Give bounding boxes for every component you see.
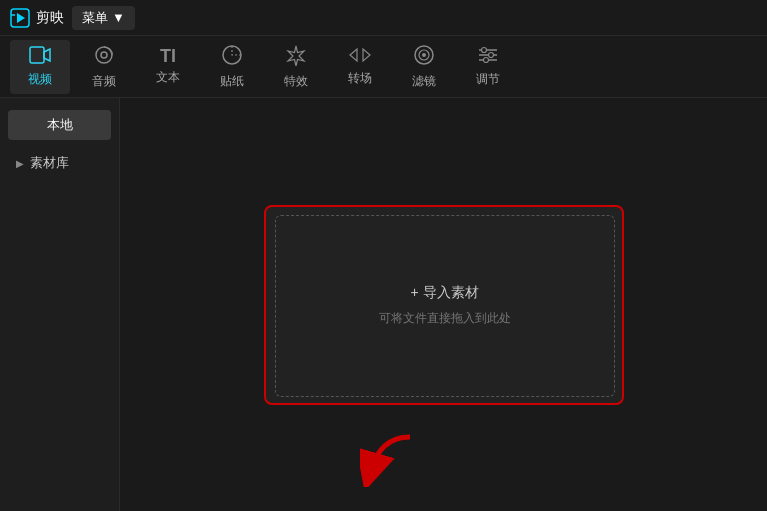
- tab-audio[interactable]: 音频: [74, 38, 134, 96]
- import-sub-label: 可将文件直接拖入到此处: [379, 310, 511, 327]
- tab-audio-label: 音频: [92, 73, 116, 90]
- svg-point-4: [101, 52, 107, 58]
- app-logo-icon: [10, 8, 30, 28]
- menu-chevron-icon: ▼: [112, 10, 125, 25]
- svg-rect-2: [30, 47, 44, 63]
- tab-filter[interactable]: 滤镜: [394, 38, 454, 96]
- app-name-label: 剪映: [36, 9, 64, 27]
- app-logo: 剪映: [10, 8, 64, 28]
- tab-adjust-icon: [477, 46, 499, 67]
- tab-video-icon: [29, 46, 51, 67]
- annotation-arrow-icon: [360, 427, 420, 487]
- tab-effect[interactable]: 特效: [266, 38, 326, 96]
- tab-bar: 视频 音频 TI 文本 贴纸 特效: [0, 36, 767, 98]
- expand-arrow-icon: ▶: [16, 158, 24, 169]
- tab-adjust-label: 调节: [476, 71, 500, 88]
- import-box[interactable]: +导入素材 可将文件直接拖入到此处: [264, 205, 624, 405]
- tab-adjust[interactable]: 调节: [458, 40, 518, 94]
- import-label: +导入素材: [410, 284, 478, 302]
- tab-sticker[interactable]: 贴纸: [202, 38, 262, 96]
- import-plus-icon: +: [410, 284, 418, 300]
- svg-point-12: [482, 47, 487, 52]
- material-library-item[interactable]: ▶ 素材库: [8, 148, 111, 178]
- arrow-annotation: [360, 427, 420, 491]
- menu-button[interactable]: 菜单 ▼: [72, 6, 135, 30]
- tab-text[interactable]: TI 文本: [138, 41, 198, 92]
- tab-text-icon: TI: [160, 47, 176, 65]
- import-drop-zone[interactable]: +导入素材 可将文件直接拖入到此处: [275, 215, 615, 397]
- svg-point-14: [484, 57, 489, 62]
- tab-transition[interactable]: 转场: [330, 40, 390, 93]
- tab-effect-icon: [285, 44, 307, 69]
- tab-audio-icon: [93, 44, 115, 69]
- svg-point-13: [489, 52, 494, 57]
- main-layout: 本地 ▶ 素材库 +导入素材 可将文件直接拖入到此处: [0, 98, 767, 511]
- material-library-label: 素材库: [30, 154, 69, 172]
- tab-filter-icon: [413, 44, 435, 69]
- tab-transition-icon: [349, 46, 371, 66]
- content-area: +导入素材 可将文件直接拖入到此处: [120, 98, 767, 511]
- tab-effect-label: 特效: [284, 73, 308, 90]
- sidebar: 本地 ▶ 素材库: [0, 98, 120, 511]
- tab-video-label: 视频: [28, 71, 52, 88]
- tab-video[interactable]: 视频: [10, 40, 70, 94]
- title-bar: 剪映 菜单 ▼: [0, 0, 767, 36]
- tab-sticker-icon: [221, 44, 243, 69]
- local-button[interactable]: 本地: [8, 110, 111, 140]
- tab-filter-label: 滤镜: [412, 73, 436, 90]
- svg-point-8: [422, 53, 426, 57]
- tab-transition-label: 转场: [348, 70, 372, 87]
- tab-text-label: 文本: [156, 69, 180, 86]
- tab-sticker-label: 贴纸: [220, 73, 244, 90]
